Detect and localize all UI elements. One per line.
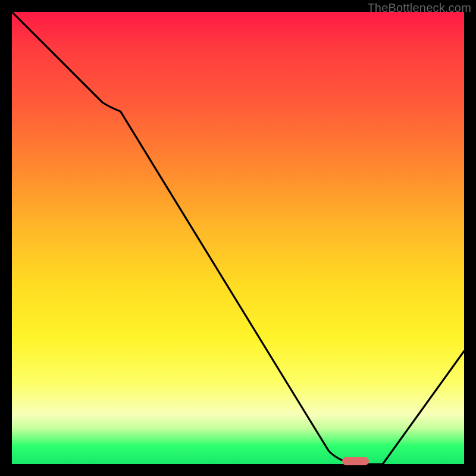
plot-frame [12, 12, 464, 464]
optimal-marker [342, 457, 369, 465]
curve-path [12, 12, 464, 464]
bottleneck-curve [12, 12, 464, 464]
